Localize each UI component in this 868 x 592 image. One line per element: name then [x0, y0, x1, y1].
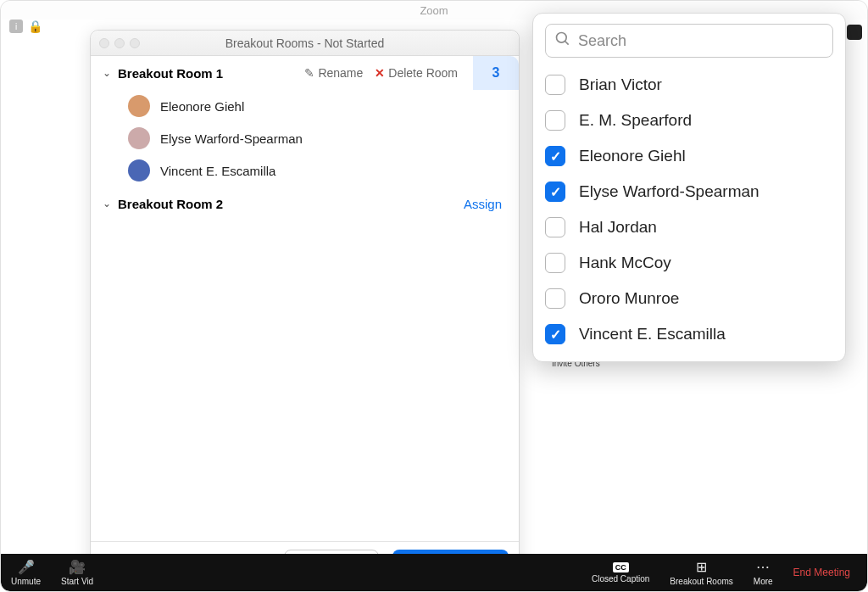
checkbox[interactable] [545, 146, 565, 166]
unmute-button[interactable]: 🎤 Unmute [1, 554, 51, 591]
person-name: Hank McCoy [579, 254, 671, 272]
assign-person-row[interactable]: Elyse Warford-Spearman [545, 175, 833, 209]
assign-person-row[interactable]: Vincent E. Escamilla [545, 317, 833, 351]
dialog-titlebar: Breakout Rooms - Not Started [91, 31, 519, 56]
cc-icon: CC [613, 562, 629, 572]
rename-label: Rename [318, 66, 363, 80]
checkbox[interactable] [545, 182, 565, 202]
participant-name: Eleonore Giehl [160, 99, 244, 114]
mic-muted-icon: 🎤 [18, 559, 35, 575]
zoom-toolbar: 🎤 Unmute 🎥 Start Vid CC Closed Caption ⊞… [1, 554, 867, 591]
avatar [128, 127, 150, 149]
delete-room-button[interactable]: ✕ Delete Room [375, 66, 458, 80]
checkbox[interactable] [545, 217, 565, 237]
search-input[interactable] [578, 32, 824, 50]
assign-person-row[interactable]: E. M. Spearford [545, 103, 833, 137]
person-name: E. M. Spearford [579, 111, 692, 130]
assign-person-row[interactable]: Ororo Munroe [545, 282, 833, 316]
info-shield-icon[interactable]: i [9, 20, 23, 33]
grid-icon: ⊞ [696, 559, 707, 575]
cc-label: Closed Caption [592, 574, 649, 584]
participant-name: Elyse Warford-Spearman [160, 131, 303, 146]
search-icon [554, 31, 571, 52]
participant-row[interactable]: Elyse Warford-Spearman [91, 122, 519, 154]
startvid-label: Start Vid [61, 577, 93, 586]
assign-person-row[interactable]: Brian Victor [545, 68, 833, 102]
checkbox[interactable] [545, 75, 565, 95]
more-label: More [754, 577, 773, 586]
unmute-label: Unmute [11, 577, 41, 586]
room-name: Breakout Room 2 [118, 197, 223, 211]
person-name: Ororo Munroe [579, 289, 679, 308]
end-meeting-button[interactable]: End Meeting [783, 554, 867, 591]
delete-label: Delete Room [388, 66, 458, 80]
closed-caption-button[interactable]: CC Closed Caption [581, 554, 659, 591]
assign-person-row[interactable]: Hal Jordan [545, 210, 833, 244]
x-icon: ✕ [375, 66, 385, 80]
chevron-down-icon: ⌄ [103, 198, 111, 209]
breakout-label: Breakout Rooms [670, 577, 732, 586]
checkbox[interactable] [545, 253, 565, 273]
participant-row[interactable]: Vincent E. Escamilla [91, 154, 519, 187]
room-name: Breakout Room 1 [118, 66, 223, 81]
person-name: Brian Victor [579, 75, 662, 94]
checkbox[interactable] [545, 324, 565, 344]
breakout-dialog: Breakout Rooms - Not Started ⌄ Breakout … [90, 30, 520, 584]
checkbox[interactable] [545, 288, 565, 309]
lock-icon[interactable]: 🔒 [28, 20, 42, 33]
person-name: Vincent E. Escamilla [579, 325, 726, 343]
person-name: Eleonore Giehl [579, 147, 686, 165]
more-icon: ⋯ [756, 559, 770, 575]
participant-row[interactable]: Eleonore Giehl [91, 90, 519, 122]
chevron-down-icon: ⌄ [103, 67, 111, 79]
start-video-button[interactable]: 🎥 Start Vid [51, 554, 103, 591]
pencil-icon: ✎ [304, 66, 314, 80]
svg-line-1 [565, 41, 569, 44]
more-button[interactable]: ⋯ More [743, 554, 783, 591]
rename-button[interactable]: ✎ Rename [304, 66, 363, 80]
person-name: Elyse Warford-Spearman [579, 182, 760, 201]
person-name: Hal Jordan [579, 218, 657, 237]
participant-name: Vincent E. Escamilla [160, 164, 275, 178]
app-title: Zoom [420, 4, 448, 17]
search-box[interactable] [545, 24, 833, 58]
breakout-rooms-button[interactable]: ⊞ Breakout Rooms [659, 554, 743, 591]
svg-point-0 [557, 32, 567, 42]
assign-button[interactable]: Assign [464, 197, 507, 211]
avatar [128, 95, 150, 117]
video-off-icon: 🎥 [69, 559, 86, 575]
assign-popover: Brian VictorE. M. SpearfordEleonore Gieh… [532, 13, 846, 362]
checkbox[interactable] [545, 110, 565, 131]
view-toggle-icon[interactable] [847, 25, 862, 40]
assign-person-row[interactable]: Eleonore Giehl [545, 139, 833, 173]
participant-count[interactable]: 3 [473, 56, 519, 90]
dialog-title: Breakout Rooms - Not Started [91, 36, 519, 50]
assign-person-row[interactable]: Hank McCoy [545, 246, 833, 280]
room-header[interactable]: ⌄ Breakout Room 1 ✎ Rename ✕ Delete Room… [91, 56, 519, 90]
end-label: End Meeting [793, 567, 850, 578]
room-header[interactable]: ⌄ Breakout Room 2 Assign [91, 187, 519, 221]
avatar [128, 159, 150, 182]
